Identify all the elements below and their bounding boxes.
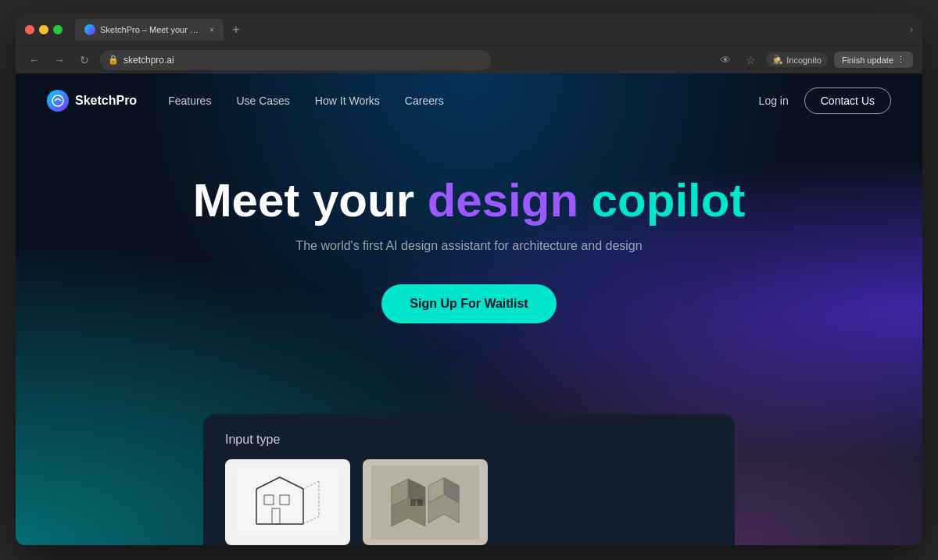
finish-update-button[interactable]: Finish update ⋮ bbox=[834, 52, 913, 68]
url-bar[interactable]: 🔒 sketchpro.ai bbox=[100, 50, 491, 70]
titlebar: SketchPro – Meet your desig… × + › bbox=[16, 14, 922, 45]
forward-button[interactable]: → bbox=[50, 51, 69, 70]
hero-title-copilot: copilot bbox=[592, 174, 746, 226]
chevron-right-icon: › bbox=[910, 24, 913, 35]
incognito-badge[interactable]: 🕵 Incognito bbox=[766, 52, 828, 67]
browser-window: SketchPro – Meet your desig… × + › ← → ↻… bbox=[16, 14, 922, 545]
nav-careers[interactable]: Careers bbox=[405, 95, 444, 107]
bookmark-icon[interactable]: ☆ bbox=[741, 51, 760, 70]
minimize-button[interactable] bbox=[39, 25, 48, 34]
reload-button[interactable]: ↻ bbox=[75, 51, 94, 70]
svg-rect-17 bbox=[410, 499, 416, 506]
nav-features[interactable]: Features bbox=[168, 95, 211, 107]
active-tab[interactable]: SketchPro – Meet your desig… × bbox=[75, 19, 224, 41]
tab-title: SketchPro – Meet your desig… bbox=[100, 25, 202, 34]
site-nav: SketchPro Features Use Cases How It Work… bbox=[16, 73, 922, 128]
finish-update-label: Finish update bbox=[842, 55, 893, 65]
close-button[interactable] bbox=[25, 25, 34, 34]
hero-subtitle: The world's first AI design assistant fo… bbox=[16, 239, 922, 253]
svg-point-0 bbox=[52, 95, 63, 106]
contact-button[interactable]: Contact Us bbox=[804, 87, 891, 114]
login-button[interactable]: Log in bbox=[759, 95, 789, 107]
waitlist-button[interactable]: Sign Up For Waitlist bbox=[381, 284, 556, 323]
browser-actions: 👁 ☆ 🕵 Incognito Finish update ⋮ bbox=[716, 51, 913, 70]
incognito-icon: 🕵 bbox=[772, 55, 783, 65]
tab-close-button[interactable]: × bbox=[209, 26, 214, 34]
maximize-button[interactable] bbox=[53, 25, 63, 34]
url-text: sketchpro.ai bbox=[124, 55, 174, 66]
nav-right: Log in Contact Us bbox=[759, 87, 891, 114]
addressbar: ← → ↻ 🔒 sketchpro.ai 👁 ☆ 🕵 Incognito Fin… bbox=[16, 45, 922, 73]
logo-icon bbox=[47, 90, 69, 112]
traffic-lights bbox=[25, 25, 63, 34]
svg-rect-18 bbox=[417, 499, 423, 506]
hero-title: Meet your design copilot bbox=[16, 175, 922, 226]
menu-dots-icon: ⋮ bbox=[897, 55, 905, 65]
hero-title-part1: Meet your bbox=[193, 174, 428, 226]
back-button[interactable]: ← bbox=[25, 51, 44, 70]
website-content: SketchPro Features Use Cases How It Work… bbox=[16, 73, 922, 545]
lock-icon: 🔒 bbox=[108, 55, 119, 66]
new-tab-button[interactable]: + bbox=[227, 20, 245, 39]
card-3d[interactable] bbox=[363, 459, 488, 545]
hero-section: Meet your design copilot The world's fir… bbox=[16, 128, 922, 323]
card-section: Input type bbox=[203, 414, 735, 545]
logo[interactable]: SketchPro bbox=[47, 90, 137, 112]
nav-how-it-works[interactable]: How It Works bbox=[315, 95, 380, 107]
logo-text: SketchPro bbox=[75, 94, 137, 108]
hero-title-design: design bbox=[428, 174, 578, 226]
incognito-label: Incognito bbox=[786, 55, 822, 65]
hero-title-space bbox=[578, 174, 592, 226]
nav-links: Features Use Cases How It Works Careers bbox=[168, 95, 444, 107]
card-row bbox=[225, 459, 713, 545]
card-sketch[interactable] bbox=[225, 459, 350, 545]
nav-use-cases[interactable]: Use Cases bbox=[236, 95, 289, 107]
tab-area: SketchPro – Meet your desig… × + bbox=[75, 19, 245, 41]
eye-slash-icon[interactable]: 👁 bbox=[716, 51, 735, 70]
svg-rect-1 bbox=[237, 469, 338, 536]
card-section-title: Input type bbox=[225, 433, 713, 447]
tab-favicon bbox=[84, 24, 95, 35]
